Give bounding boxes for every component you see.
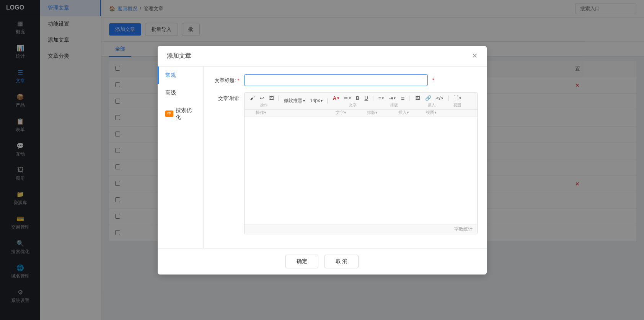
editor-toolbar: 🖌 ↩ 🖼 | 操作 微软推黑 ▾: [245, 93, 477, 110]
word-count-label: 字数统计: [454, 226, 473, 232]
insert-label: 插入▾: [388, 110, 419, 115]
toolbar-bold-btn[interactable]: B: [354, 94, 362, 102]
text-label: 文字▾: [326, 110, 356, 115]
toolbar-insert-section: 🖼 🔗 </> | 插入: [413, 94, 450, 108]
modal-nav-seo-label: 搜索优化: [176, 107, 196, 121]
toolbar-fontsize-btn[interactable]: 14px ▾: [308, 97, 325, 104]
font-label-spacer: [275, 110, 325, 115]
layout-label: 排版▾: [357, 110, 388, 115]
toolbar-view-label: 视图: [453, 102, 461, 108]
modal-nav: 常规 高级 中 搜索优化: [158, 67, 204, 248]
toolbar-labels-row: 操作▾ 文字▾ 排版▾ 插入▾ 视图▾: [245, 110, 477, 117]
modal-form: 文章标题: * 文章详情: 🖌 ↩: [204, 67, 487, 248]
detail-label: 文章详情:: [213, 92, 240, 102]
add-article-modal: 添加文章 ✕ 常规 高级 中 搜索优化 文章标题: *: [158, 46, 487, 275]
modal-title: 添加文章: [167, 52, 191, 60]
article-title-input[interactable]: [244, 74, 428, 86]
toolbar-indent-btn[interactable]: ⇥ ▾: [386, 94, 398, 102]
toolbar-fontname-btn[interactable]: 微软推黑 ▾: [282, 96, 307, 105]
modal-confirm-button[interactable]: 确定: [285, 255, 318, 268]
editor-content-area[interactable]: [245, 117, 477, 224]
toolbar-fontcolor-btn[interactable]: A ▾: [331, 94, 341, 102]
toolbar-text-btns: A ▾ ✏ ▾ B U |: [331, 94, 375, 102]
toolbar-font-section: 微软推黑 ▾ 14px ▾ |: [282, 96, 330, 106]
toolbar-operate-label: 操作: [260, 102, 268, 108]
toolbar-insertimage-btn[interactable]: 🖼: [413, 94, 422, 102]
modal-cancel-button[interactable]: 取 消: [324, 255, 359, 268]
modal-nav-seo[interactable]: 中 搜索优化: [158, 102, 203, 126]
toolbar-fullscreen-btn[interactable]: ⛶ ▾: [451, 94, 463, 102]
toolbar-highlight-btn[interactable]: ✏ ▾: [342, 94, 353, 102]
modal-body: 常规 高级 中 搜索优化 文章标题: * 文章详情:: [158, 67, 487, 248]
toolbar-paint-btn[interactable]: 🖌: [248, 94, 257, 102]
toolbar-operate-section: 🖌 ↩ 🖼 | 操作: [248, 94, 281, 108]
seo-badge: 中: [165, 110, 173, 117]
toolbar-font-btns: 微软推黑 ▾ 14px ▾ |: [282, 96, 330, 105]
toolbar-layout-btns: ≡ ▾ ⇥ ▾ ≣ |: [376, 94, 412, 102]
toolbar-undo-btn[interactable]: ↩: [258, 94, 266, 102]
toolbar-layout-section: ≡ ▾ ⇥ ▾ ≣ | 排版: [376, 94, 412, 108]
modal-overlay: 添加文章 ✕ 常规 高级 中 搜索优化 文章标题: *: [0, 0, 644, 320]
modal-nav-advanced[interactable]: 高级: [158, 84, 203, 102]
toolbar-layout-label: 排版: [390, 102, 398, 108]
operate-label: 操作▾: [248, 110, 274, 115]
toolbar-link-btn[interactable]: 🔗: [423, 94, 434, 102]
view-label: 视图▾: [420, 110, 443, 115]
toolbar-list-btn[interactable]: ≣: [398, 94, 407, 102]
toolbar-insert-label: 插入: [428, 102, 435, 108]
detail-row: 文章详情: 🖌 ↩ 🖼 |: [213, 92, 478, 234]
toolbar-text-section: A ▾ ✏ ▾ B U | 文字: [331, 94, 375, 108]
modal-nav-general[interactable]: 常规: [158, 67, 203, 84]
toolbar-code-btn[interactable]: </>: [434, 94, 446, 102]
required-marker: *: [432, 74, 434, 83]
title-row: 文章标题: *: [213, 74, 478, 86]
toolbar-operate-btns: 🖌 ↩ 🖼 |: [248, 94, 281, 102]
toolbar-underline-btn[interactable]: U: [362, 94, 370, 102]
modal-close-button[interactable]: ✕: [472, 52, 478, 59]
toolbar-view-section: ⛶ ▾ 视图: [451, 94, 463, 108]
modal-header: 添加文章 ✕: [158, 46, 487, 67]
editor-footer: 字数统计: [245, 224, 477, 234]
editor-wrapper: 🖌 ↩ 🖼 | 操作 微软推黑 ▾: [244, 92, 478, 234]
modal-footer: 确定 取 消: [158, 248, 487, 275]
toolbar-align-btn[interactable]: ≡ ▾: [376, 94, 386, 102]
toolbar-view-btns: ⛶ ▾: [451, 94, 463, 102]
toolbar-insert-btns: 🖼 🔗 </> |: [413, 94, 450, 102]
toolbar-text-label: 文字: [349, 102, 357, 108]
toolbar-image2-btn[interactable]: 🖼: [267, 94, 276, 102]
title-label: 文章标题:: [213, 74, 240, 84]
